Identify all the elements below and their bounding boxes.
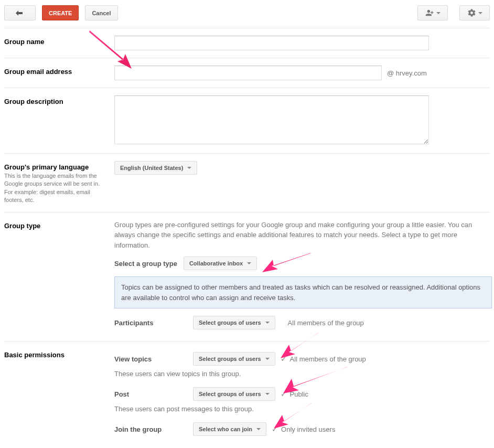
group-email-input[interactable] <box>114 66 382 80</box>
chevron-down-icon <box>247 262 251 264</box>
view-topics-help: These users can view topics in this grou… <box>114 370 490 378</box>
primary-language-desc: This is the language emails from the Goo… <box>4 172 114 205</box>
gear-icon <box>467 8 476 17</box>
chevron-down-icon <box>265 393 270 395</box>
group-type-dropdown[interactable]: Collaborative inbox <box>184 257 257 270</box>
group-type-value: Collaborative inbox <box>189 260 243 266</box>
checkmark-icon: ✓ <box>281 355 287 363</box>
cancel-button[interactable]: Cancel <box>85 5 117 20</box>
post-dropdown-value: Select groups of users <box>199 391 261 397</box>
chevron-down-icon <box>478 12 482 14</box>
join-label: Join the group <box>114 425 193 433</box>
view-topics-dropdown[interactable]: Select groups of users <box>193 352 275 366</box>
chevron-down-icon <box>187 167 191 169</box>
group-description-input[interactable] <box>114 95 429 144</box>
row-group-name: Group name <box>4 28 490 58</box>
settings-menu-button[interactable] <box>459 5 490 20</box>
participants-status: All members of the group <box>288 319 364 327</box>
view-topics-status: ✓ All members of the group <box>281 355 366 363</box>
create-button[interactable]: CREATE <box>42 5 79 20</box>
row-group-type: Group type Group types are pre-configure… <box>4 212 490 342</box>
people-menu-button[interactable] <box>417 5 448 20</box>
group-name-input[interactable] <box>114 36 429 50</box>
annotation-arrow <box>261 250 314 276</box>
primary-language-dropdown[interactable]: English (United States) <box>114 161 197 175</box>
basic-permissions-label: Basic permissions <box>4 349 114 359</box>
join-status: ✓ Only invited users <box>272 425 335 433</box>
group-type-label: Group type <box>4 220 114 230</box>
group-description-label: Group description <box>4 95 114 105</box>
chevron-down-icon <box>265 322 270 324</box>
chevron-down-icon <box>265 358 270 360</box>
group-type-info-box: Topics can be assigned to other members … <box>114 276 492 308</box>
group-email-label: Group email address <box>4 66 114 76</box>
back-arrow-icon <box>15 9 25 17</box>
checkmark-icon: ✓ <box>272 425 278 433</box>
join-dropdown[interactable]: Select who can join <box>193 422 266 436</box>
primary-language-label: Group's primary language <box>4 161 114 171</box>
group-name-label: Group name <box>4 36 114 46</box>
participants-label: Participants <box>114 319 193 327</box>
post-dropdown[interactable]: Select groups of users <box>193 387 275 401</box>
email-domain-suffix: @ hrvey.com <box>382 69 427 77</box>
toolbar: CREATE Cancel <box>4 5 490 28</box>
checkmark-icon: ✓ <box>281 390 287 398</box>
post-help: These users can post messages to this gr… <box>114 405 490 413</box>
row-basic-permissions: Basic permissions View topics Select gro… <box>4 342 490 447</box>
participants-dropdown-value: Select groups of users <box>199 319 261 326</box>
row-group-description: Group description <box>4 88 490 154</box>
select-group-type-label: Select a group type <box>114 260 177 268</box>
chevron-down-icon <box>436 12 441 14</box>
group-type-help: Group types are pre-configured settings … <box>114 220 492 251</box>
person-add-icon <box>425 8 434 17</box>
primary-language-value: English (United States) <box>120 165 183 171</box>
back-button[interactable] <box>4 5 36 20</box>
post-status: ✓ Public <box>281 390 308 398</box>
chevron-down-icon <box>256 428 261 430</box>
row-group-email: Group email address @ hrvey.com <box>4 58 490 88</box>
post-label: Post <box>114 390 193 398</box>
view-topics-label: View topics <box>114 355 193 363</box>
participants-dropdown[interactable]: Select groups of users <box>193 316 275 329</box>
view-topics-dropdown-value: Select groups of users <box>199 356 261 362</box>
row-primary-language: Group's primary language This is the lan… <box>4 154 490 212</box>
join-dropdown-value: Select who can join <box>199 426 252 432</box>
